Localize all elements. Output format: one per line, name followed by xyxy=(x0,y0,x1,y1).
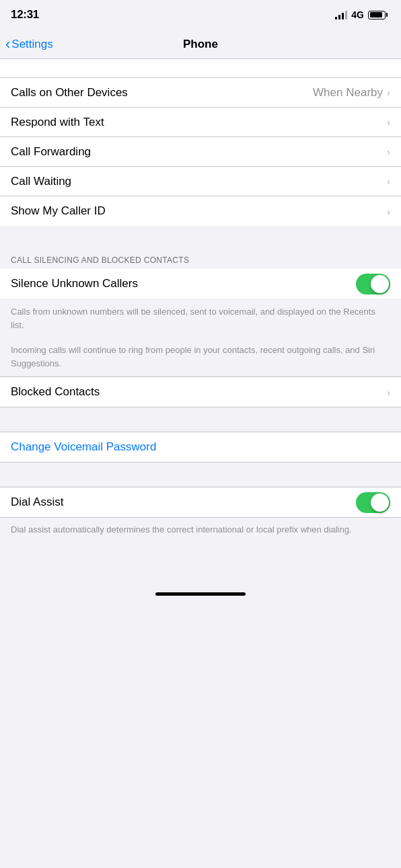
back-button[interactable]: ‹ Settings xyxy=(5,37,53,52)
home-indicator xyxy=(155,592,246,596)
back-label: Settings xyxy=(11,38,52,51)
status-icons: 4G xyxy=(335,9,388,20)
partial-row-group xyxy=(0,59,401,78)
main-settings-group: Calls on Other Devices When Nearby › Res… xyxy=(0,78,401,226)
dial-assist-row: Dial Assist xyxy=(0,487,401,517)
signal-icon xyxy=(335,10,347,19)
change-voicemail-password-row[interactable]: Change Voicemail Password xyxy=(0,432,401,462)
status-time: 12:31 xyxy=(11,8,39,22)
silence-desc-1: Calls from unknown numbers will be silen… xyxy=(11,305,390,331)
dial-assist-description-text: Dial assist automatically determines the… xyxy=(11,523,390,537)
calls-on-other-devices-label: Calls on Other Devices xyxy=(11,86,313,100)
battery-icon xyxy=(368,11,388,19)
dial-assist-description-area: Dial assist automatically determines the… xyxy=(0,518,401,547)
show-caller-id-row[interactable]: Show My Caller ID › xyxy=(0,196,401,226)
section-gap xyxy=(0,226,401,250)
chevron-left-icon: ‹ xyxy=(5,37,10,52)
call-forwarding-row[interactable]: Call Forwarding › xyxy=(0,137,401,167)
blocked-contacts-group: Blocked Contacts › xyxy=(0,377,401,407)
respond-with-text-row[interactable]: Respond with Text › xyxy=(0,108,401,137)
silence-desc-2: Incoming calls will continue to ring fro… xyxy=(11,344,390,370)
dial-assist-toggle[interactable] xyxy=(356,492,390,513)
chevron-right-icon: › xyxy=(387,146,390,157)
section-header-call-silencing: CALL SILENCING AND BLOCKED CONTACTS xyxy=(0,250,401,269)
change-voicemail-password-label: Change Voicemail Password xyxy=(11,440,156,454)
status-bar: 12:31 4G xyxy=(0,0,401,30)
calls-on-other-devices-row[interactable]: Calls on Other Devices When Nearby › xyxy=(0,78,401,108)
partial-row xyxy=(0,59,401,78)
call-waiting-row[interactable]: Call Waiting › xyxy=(0,167,401,196)
network-type: 4G xyxy=(351,9,364,20)
respond-with-text-label: Respond with Text xyxy=(11,116,387,129)
chevron-right-icon: › xyxy=(387,387,390,398)
page-title: Phone xyxy=(183,38,218,51)
call-forwarding-label: Call Forwarding xyxy=(11,145,387,159)
chevron-right-icon: › xyxy=(387,175,390,187)
chevron-right-icon: › xyxy=(387,87,390,98)
silence-unknown-callers-toggle[interactable] xyxy=(356,274,390,294)
section-gap-3 xyxy=(0,463,401,487)
section-gap-2 xyxy=(0,407,401,432)
show-caller-id-label: Show My Caller ID xyxy=(11,204,387,218)
blocked-contacts-row[interactable]: Blocked Contacts › xyxy=(0,377,401,407)
dial-assist-label: Dial Assist xyxy=(11,496,356,509)
blocked-contacts-label: Blocked Contacts xyxy=(11,385,387,399)
home-indicator-area xyxy=(0,547,401,601)
silence-description-area: Calls from unknown numbers will be silen… xyxy=(0,299,401,377)
chevron-right-icon: › xyxy=(387,206,390,217)
scroll-content: Calls on Other Devices When Nearby › Res… xyxy=(0,59,401,601)
silence-unknown-callers-row: Silence Unknown Callers xyxy=(0,269,401,299)
silence-group: Silence Unknown Callers xyxy=(0,269,401,299)
chevron-right-icon: › xyxy=(387,116,390,128)
voicemail-group: Change Voicemail Password xyxy=(0,432,401,463)
nav-bar: ‹ Settings Phone xyxy=(0,30,401,59)
dial-assist-group: Dial Assist xyxy=(0,487,401,518)
calls-on-other-devices-value: When Nearby xyxy=(313,86,383,100)
call-waiting-label: Call Waiting xyxy=(11,175,387,188)
silence-unknown-callers-label: Silence Unknown Callers xyxy=(11,277,356,290)
